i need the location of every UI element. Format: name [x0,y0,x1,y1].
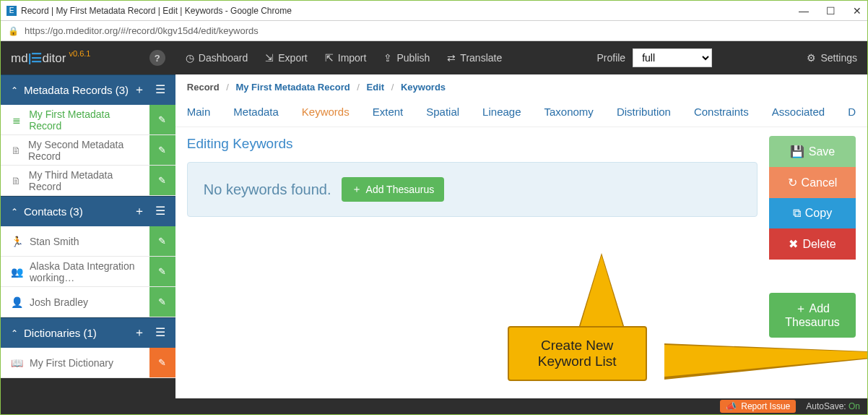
delete-button[interactable]: ✖Delete [769,228,856,260]
edit-icon[interactable]: ✎ [149,257,175,286]
subnav-main[interactable]: Main [187,106,211,118]
section-title: Dictionaries (1) [24,327,97,339]
sidebar-item-record[interactable]: 🗎My Second Metadata Record ✎ [1,135,175,166]
list-icon[interactable]: ☰ [155,204,165,219]
breadcrumb-item[interactable]: My First Metadata Record [235,82,350,93]
breadcrumb-item[interactable]: Record [187,82,220,93]
subnav-associated[interactable]: Associated [772,106,825,118]
window-maximize-icon[interactable]: ☐ [826,5,836,17]
plus-icon[interactable]: ＋ [134,82,145,98]
section-title: Metadata Records (3) [24,84,129,96]
tutorial-callout: Create New Keyword List [508,326,647,381]
app-logo[interactable]: md|☰ditor [11,51,66,66]
person-run-icon: 🏃 [11,236,22,247]
edit-icon[interactable]: ✎ [149,348,175,377]
list-icon[interactable]: ☰ [155,325,165,341]
file-icon: 🗎 [11,175,22,187]
database-icon: ≣ [11,114,22,126]
lock-icon: 🔒 [8,26,19,36]
times-icon: ✖ [789,237,798,251]
edit-icon[interactable]: ✎ [149,226,175,256]
window-close-icon[interactable]: ✕ [853,5,862,17]
sidebar-item-record[interactable]: 🗎My Third Metadata Record ✎ [1,166,175,196]
chevron-down-icon: ⌃ [11,207,18,217]
subnav-distribution[interactable]: Distribution [617,106,671,118]
url-text[interactable]: https://go.mdeditor.org/#/record/0kgv15d… [25,25,259,36]
subnav-spatial[interactable]: Spatial [426,106,459,118]
chevron-down-icon: ⌃ [11,85,18,95]
autosave-status: AutoSave: On [806,401,860,411]
sidebar-section-records[interactable]: ⌃ Metadata Records (3) ＋ ☰ [1,74,175,105]
subnav-constraints[interactable]: Constraints [694,106,749,118]
subnav-taxonomy[interactable]: Taxonomy [544,106,594,118]
empty-message: No keywords found. [204,181,331,198]
app-favicon: E [6,6,17,16]
record-actions: 💾Save ↻Cancel ⧉Copy ✖Delete ＋ Add Thesau… [769,136,856,338]
person-icon: 👤 [11,296,22,308]
save-icon: 💾 [790,145,804,158]
report-issue-button[interactable]: 📣 Report Issue [720,400,796,413]
edit-icon[interactable]: ✎ [149,105,175,134]
brand-bar: md|☰ditor v0.6.1 ? [1,41,175,74]
gauge-icon: ◷ [186,52,194,64]
window-minimize-icon[interactable]: — [799,5,809,17]
edit-icon[interactable]: ✎ [149,287,175,317]
edit-icon[interactable]: ✎ [149,135,175,165]
nav-settings[interactable]: ⚙Settings [807,52,857,64]
plus-icon: ＋ [352,183,362,196]
subnav-lineage[interactable]: Lineage [482,106,521,118]
sidebar-section-dictionaries[interactable]: ⌃ Dictionaries (1) ＋ ☰ [1,317,175,348]
bullhorn-icon: 📣 [726,401,737,411]
nav-publish[interactable]: ⇪Publish [383,52,430,64]
cancel-button[interactable]: ↻Cancel [769,167,856,198]
nav-export[interactable]: ⇲Export [265,52,307,64]
list-icon[interactable]: ☰ [155,82,165,98]
help-icon[interactable]: ? [149,50,165,66]
transfer-icon: ⇄ [447,52,456,64]
save-button[interactable]: 💾Save [769,136,856,167]
add-thesaurus-button[interactable]: ＋ Add Thesaurus [342,177,445,202]
page-title: Editing Keywords [187,136,758,152]
nav-translate[interactable]: ⇄Translate [447,52,502,64]
breadcrumb-item[interactable]: Edit [367,82,385,93]
empty-keywords-alert: No keywords found. ＋ Add Thesaurus [187,162,758,217]
plus-icon[interactable]: ＋ [134,325,145,341]
gear-icon: ⚙ [807,52,816,64]
window-titlebar: E Record | My First Metadata Record | Ed… [1,1,867,21]
subnav-more[interactable]: D [848,106,856,118]
subnav-keywords[interactable]: Keywords [302,106,350,118]
book-icon: 📖 [11,357,22,369]
chevron-down-icon: ⌃ [11,328,18,338]
subnav-metadata[interactable]: Metadata [233,106,279,118]
sidebar-item-contact[interactable]: 👤Josh Bradley ✎ [1,287,175,317]
sidebar-item-contact[interactable]: 👥Alaska Data Integration working… ✎ [1,257,175,287]
nav-dashboard[interactable]: ◷Dashboard [186,52,248,64]
profile-select[interactable]: full [633,48,712,67]
logo-e-icon: |☰ [28,51,43,65]
breadcrumb: Record / My First Metadata Record / Edit… [175,74,867,100]
breadcrumb-item[interactable]: Keywords [401,82,446,93]
nav-import[interactable]: ⇱Import [325,52,367,64]
signout-icon: ⇲ [265,52,274,64]
add-thesaurus-big-button[interactable]: ＋ Add Thesaurus [769,293,856,338]
sub-nav: Main Metadata Keywords Extent Spatial Li… [175,100,867,127]
sidebar-item-contact[interactable]: 🏃Stan Smith ✎ [1,226,175,257]
copy-icon: ⧉ [793,207,801,220]
sidebar-item-record[interactable]: ≣My First Metadata Record ✎ [1,105,175,135]
edit-icon[interactable]: ✎ [149,166,175,195]
signin-icon: ⇱ [325,52,334,64]
main-panel: ◷Dashboard ⇲Export ⇱Import ⇪Publish ⇄Tra… [175,41,867,398]
section-title: Contacts (3) [24,205,83,218]
sidebar-item-dictionary[interactable]: 📖My First Dictionary ✎ [1,348,175,378]
callout-line2: Keyword List [538,354,617,369]
version-badge: v0.6.1 [69,49,90,58]
subnav-extent[interactable]: Extent [373,106,404,118]
plus-icon[interactable]: ＋ [134,204,145,219]
status-bar: 📣 Report Issue AutoSave: On [1,398,867,414]
plus-icon: ＋ [795,302,807,315]
copy-button[interactable]: ⧉Copy [769,198,856,228]
browser-addressbar: 🔒 https://go.mdeditor.org/#/record/0kgv1… [1,21,867,41]
sidebar-section-contacts[interactable]: ⌃ Contacts (3) ＋ ☰ [1,196,175,226]
callout-arrow [580,255,623,328]
callout-line1: Create New [538,338,617,354]
